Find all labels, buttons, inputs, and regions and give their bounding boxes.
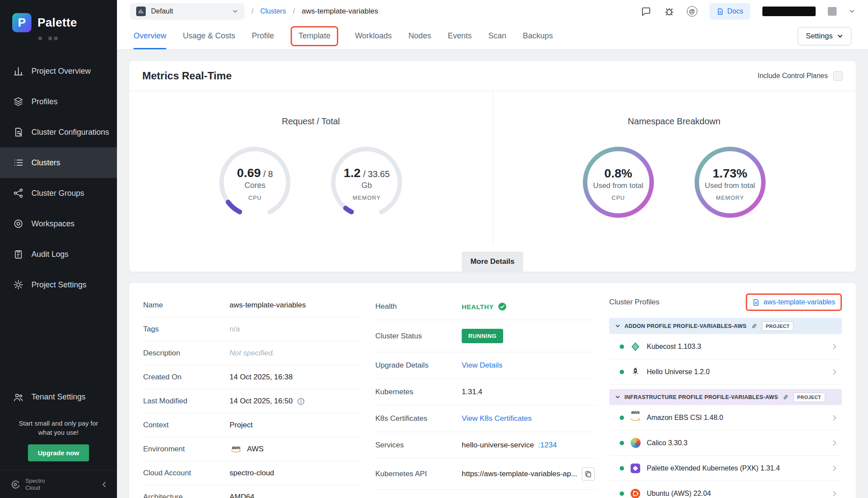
tab-nodes[interactable]: Nodes	[408, 23, 431, 49]
calico-icon	[630, 437, 641, 449]
infrastructure-profile-group: INFRASTRUCTURE PROFILE PROFILE-VARIABLES…	[609, 389, 842, 498]
spectro-cloud-label: Spectro Cloud	[25, 478, 51, 491]
sidebar-item-project-settings[interactable]: Project Settings	[0, 269, 117, 300]
sidebar-item-cluster-configurations[interactable]: Cluster Configurations	[0, 117, 117, 147]
sidebar-item-workspaces[interactable]: Workspaces	[0, 208, 117, 239]
settings-button[interactable]: Settings	[798, 27, 851, 45]
tab-backups[interactable]: Backups	[523, 23, 553, 49]
status-dot	[620, 441, 624, 445]
bug-icon[interactable]	[664, 6, 675, 17]
gear-icon	[13, 280, 24, 290]
sidebar-footer: Spectro Cloud	[0, 470, 117, 498]
sidebar-item-clusters[interactable]: Clusters	[0, 147, 117, 178]
cpu-total-value: / 8	[263, 169, 273, 179]
tab-scan[interactable]: Scan	[488, 23, 506, 49]
tab-profile[interactable]: Profile	[252, 23, 274, 49]
main: Default / Clusters / aws-template-variab…	[117, 0, 868, 498]
cpu-request-value: 0.69	[237, 166, 261, 180]
namespace-breakdown-section: Namespace Breakdown 0.8% Used from total	[493, 91, 856, 245]
sidebar-item-tenant-settings[interactable]: Tenant Settings	[0, 382, 117, 413]
memory-total-value: / 33.65	[363, 169, 390, 179]
more-details-button[interactable]: More Details	[462, 252, 523, 272]
upgrade-now-button[interactable]: Upgrade now	[28, 444, 89, 461]
breadcrumb-current: aws-template-variables	[302, 7, 378, 16]
profile-layer-ubuntu[interactable]: Ubuntu (AWS) 22.04	[609, 481, 842, 498]
namespace-breakdown-title: Namespace Breakdown	[493, 116, 856, 126]
profile-layer-kubecost[interactable]: Kubecost 1.103.3	[609, 334, 842, 359]
avatar[interactable]	[828, 7, 837, 16]
detail-row-cluster-status: Cluster Status RUNNING	[375, 320, 596, 352]
tab-workloads[interactable]: Workloads	[355, 23, 392, 49]
topbar-actions: @ Docs	[641, 3, 855, 20]
chevron-right-icon	[831, 415, 837, 421]
chevron-down-icon[interactable]	[849, 8, 855, 14]
namespace-cpu-caption: Used from total	[593, 181, 643, 190]
chevron-right-icon	[831, 465, 837, 471]
profile-layer-pxk[interactable]: Palette eXtended Kubernetes (PXK) 1.31.4	[609, 456, 842, 481]
profile-layer-calico[interactable]: Calico 3.30.3	[609, 430, 842, 456]
cpu-gauge: 0.69 / 8 Cores CPU	[216, 144, 293, 221]
request-total-section: Request / Total 0.69 / 8 Cores	[129, 91, 493, 245]
tab-template[interactable]: Template	[291, 26, 338, 46]
info-icon[interactable]	[297, 398, 305, 405]
docs-button[interactable]: Docs	[710, 3, 750, 20]
status-dot	[620, 416, 624, 420]
sidebar-item-label: Cluster Configurations	[31, 128, 109, 137]
promo-text: Start small and only pay for what you us…	[0, 413, 117, 438]
sidebar-item-label: Workspaces	[31, 219, 75, 229]
detail-row-created-on: Created On 14 Oct 2025, 16:38	[143, 365, 364, 389]
namespace-memory-caption: Used from total	[705, 181, 755, 190]
document-gear-icon	[13, 127, 24, 137]
status-dot	[620, 466, 624, 471]
namespace-memory-label: MEMORY	[716, 194, 744, 201]
cluster-profile-link-highlighted[interactable]: aws-template-variables	[746, 293, 842, 311]
target-icon	[13, 218, 24, 229]
project-selector[interactable]: Default	[130, 3, 244, 20]
breadcrumb-clusters-link[interactable]: Clusters	[260, 7, 286, 15]
sidebar-item-audit-logs[interactable]: Audit Logs	[0, 239, 117, 269]
detail-row-kubernetes: Kubernetes 1.31.4	[375, 379, 596, 406]
sidebar-item-label: Clusters	[31, 158, 60, 167]
sidebar-item-label: Tenant Settings	[31, 392, 86, 402]
copy-button[interactable]	[582, 467, 595, 481]
infrastructure-profile-header[interactable]: INFRASTRUCTURE PROFILE PROFILE-VARIABLES…	[609, 389, 842, 405]
addon-profile-group: ADDON PROFILE PROFILE-VARIABLES-AWS PROJ…	[609, 318, 842, 385]
view-k8s-certificates-link[interactable]: View K8s Certificates	[462, 414, 532, 423]
clipboard-icon	[13, 249, 24, 259]
sidebar-item-project-overview[interactable]: Project Overview	[0, 56, 117, 86]
detail-row-architecture: Architecture AMD64	[143, 485, 364, 498]
chat-icon[interactable]	[641, 6, 652, 17]
tab-events[interactable]: Events	[448, 23, 472, 49]
detail-row-description: Description Not specified.	[143, 341, 364, 365]
view-details-link[interactable]: View Details	[462, 361, 502, 370]
sidebar-bottom: Tenant Settings Start small and only pay…	[0, 382, 117, 498]
detail-row-upgrade-details: Upgrade Details View Details	[375, 352, 596, 379]
brand-name: Palette	[38, 16, 77, 30]
chevron-right-icon	[831, 440, 837, 446]
namespace-memory-percent: 1.73%	[713, 167, 747, 181]
profile-layer-hello-universe[interactable]: Hello Universe 1.2.0	[609, 359, 842, 385]
settings-button-label: Settings	[806, 32, 833, 41]
layers-icon	[13, 96, 24, 107]
tab-usage-costs[interactable]: Usage & Costs	[183, 23, 235, 49]
memory-request-value: 1.2	[343, 166, 360, 180]
addon-profile-header[interactable]: ADDON PROFILE PROFILE-VARIABLES-AWS PROJ…	[609, 318, 842, 334]
ubuntu-icon	[630, 488, 641, 498]
namespace-cpu-ring: 0.8% Used from total CPU	[580, 144, 657, 221]
namespace-memory-ring: 1.73% Used from total MEMORY	[692, 144, 769, 221]
include-control-planes-checkbox[interactable]	[833, 71, 843, 81]
health-status: HEALTHY	[462, 303, 494, 310]
sidebar-item-profiles[interactable]: Profiles	[0, 86, 117, 117]
breadcrumb-separator: /	[293, 7, 295, 15]
profile-doc-icon	[752, 299, 760, 306]
cluster-details-card: Name aws-template-variables Tags n/a Des…	[129, 283, 856, 498]
support-at-icon[interactable]: @	[687, 6, 697, 17]
chevron-right-icon	[831, 369, 837, 375]
service-port-link[interactable]: :1234	[538, 441, 557, 450]
sidebar-item-cluster-groups[interactable]: Cluster Groups	[0, 178, 117, 208]
profile-layer-amazon-ebs-csi[interactable]: aws Amazon EBS CSI 1.48.0	[609, 405, 842, 430]
detail-row-name: Name aws-template-variables	[143, 293, 364, 317]
collapse-sidebar-icon[interactable]	[101, 481, 107, 488]
tab-overview[interactable]: Overview	[134, 23, 166, 49]
memory-gauge-label: MEMORY	[353, 194, 381, 201]
